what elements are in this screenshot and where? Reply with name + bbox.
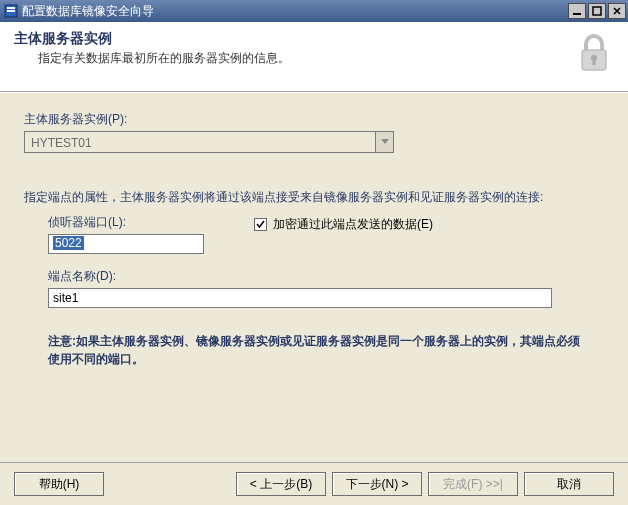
page-subtext: 指定有关数据库最初所在的服务器实例的信息。 bbox=[38, 50, 574, 67]
window-controls bbox=[568, 3, 626, 19]
body-panel: 主体服务器实例(P): HYTEST01 指定端点的属性，主体服务器实例将通过该… bbox=[0, 92, 628, 462]
encrypt-checkbox-row[interactable]: 加密通过此端点发送的数据(E) bbox=[254, 216, 433, 233]
listener-port-value: 5022 bbox=[53, 236, 84, 250]
close-button[interactable] bbox=[608, 3, 626, 19]
encrypt-checkbox[interactable] bbox=[254, 218, 267, 231]
listener-port-label: 侦听器端口(L): bbox=[48, 214, 204, 231]
titlebar: 配置数据库镜像安全向导 bbox=[0, 0, 628, 22]
maximize-button[interactable] bbox=[588, 3, 606, 19]
note-text: 注意:如果主体服务器实例、镜像服务器实例或见证服务器实例是同一个服务器上的实例，… bbox=[48, 332, 588, 368]
lock-icon bbox=[574, 30, 614, 76]
header-panel: 主体服务器实例 指定有关数据库最初所在的服务器实例的信息。 bbox=[0, 22, 628, 92]
instance-select: HYTEST01 bbox=[24, 131, 394, 153]
svg-rect-2 bbox=[7, 10, 15, 12]
listener-port-input[interactable]: 5022 bbox=[48, 234, 204, 254]
minimize-button[interactable] bbox=[568, 3, 586, 19]
footer: 帮助(H) < 上一步(B) 下一步(N) > 完成(F) >>| 取消 bbox=[0, 462, 628, 505]
svg-rect-3 bbox=[573, 13, 581, 15]
svg-rect-1 bbox=[7, 7, 15, 9]
next-button[interactable]: 下一步(N) > bbox=[332, 472, 422, 496]
page-heading: 主体服务器实例 bbox=[14, 30, 574, 48]
app-icon bbox=[4, 4, 18, 18]
endpoint-desc: 指定端点的属性，主体服务器实例将通过该端点接受来自镜像服务器实例和见证服务器实例… bbox=[24, 189, 604, 206]
help-button[interactable]: 帮助(H) bbox=[14, 472, 104, 496]
cancel-button[interactable]: 取消 bbox=[524, 472, 614, 496]
instance-value: HYTEST01 bbox=[25, 132, 375, 152]
instance-label: 主体服务器实例(P): bbox=[24, 111, 604, 128]
finish-button: 完成(F) >>| bbox=[428, 472, 518, 496]
back-button[interactable]: < 上一步(B) bbox=[236, 472, 326, 496]
svg-rect-4 bbox=[593, 7, 601, 15]
window-title: 配置数据库镜像安全向导 bbox=[22, 3, 568, 20]
endpoint-name-label: 端点名称(D): bbox=[48, 268, 604, 285]
svg-rect-7 bbox=[593, 59, 596, 65]
endpoint-name-input[interactable] bbox=[48, 288, 552, 308]
encrypt-label: 加密通过此端点发送的数据(E) bbox=[273, 216, 433, 233]
chevron-down-icon bbox=[375, 132, 393, 152]
